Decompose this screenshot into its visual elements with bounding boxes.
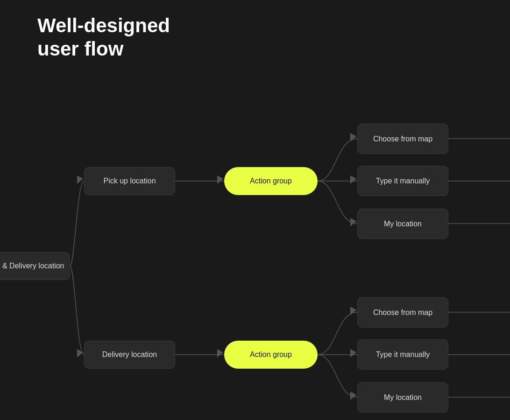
delivery-location-node: Delivery location [84, 341, 175, 369]
pickup-action-group[interactable]: Action group [224, 167, 318, 195]
root-node: Pickup & Delivery location [0, 252, 70, 280]
delivery-type-manually[interactable]: Type it manually [357, 339, 448, 370]
pickup-choose-from-map[interactable]: Choose from map [357, 124, 448, 154]
svg-marker-19 [350, 392, 356, 400]
svg-marker-12 [350, 133, 356, 141]
svg-marker-10 [77, 175, 83, 184]
svg-marker-14 [350, 218, 356, 226]
page-title: Well-designed user flow [37, 14, 170, 61]
pickup-type-manually[interactable]: Type it manually [357, 166, 448, 196]
delivery-my-location[interactable]: My location [357, 382, 448, 413]
svg-marker-13 [350, 175, 356, 184]
svg-marker-11 [217, 175, 223, 184]
pickup-my-location[interactable]: My location [357, 209, 448, 239]
svg-marker-16 [217, 349, 223, 357]
svg-marker-15 [77, 349, 83, 357]
delivery-choose-from-map[interactable]: Choose from map [357, 297, 448, 328]
pickup-location-node: Pick up location [84, 167, 175, 195]
delivery-action-group[interactable]: Action group [224, 341, 318, 369]
svg-marker-17 [350, 307, 356, 315]
svg-marker-18 [350, 349, 356, 357]
